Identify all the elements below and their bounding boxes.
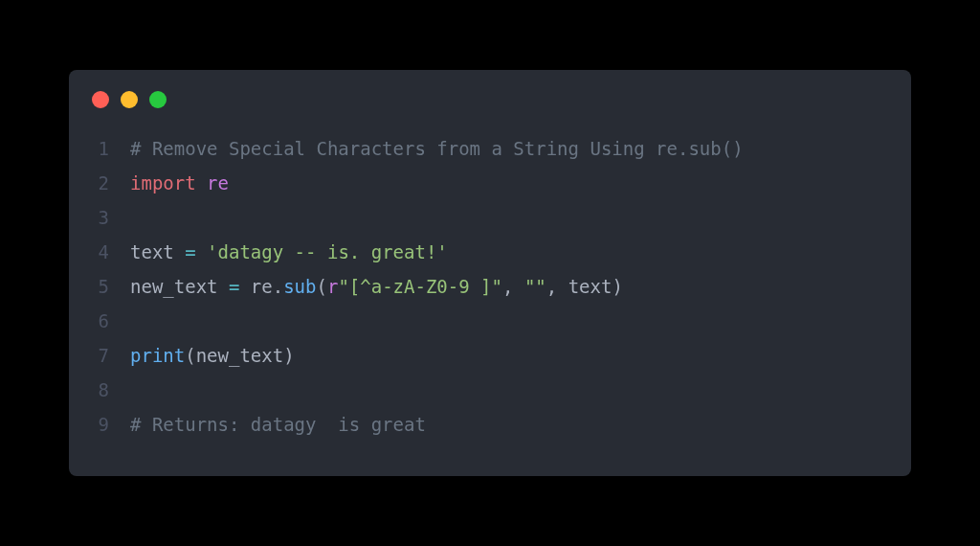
line-number: 7 — [86, 338, 109, 373]
token: new_text — [130, 276, 229, 297]
token: import — [130, 172, 196, 193]
token: # Remove Special Characters from a Strin… — [130, 138, 744, 159]
window-titlebar — [69, 70, 911, 124]
line-number: 9 — [86, 407, 109, 442]
line-content: print(new_text) — [130, 338, 295, 373]
token: , text) — [546, 276, 623, 297]
line-number: 8 — [86, 373, 109, 407]
line-number: 5 — [86, 269, 109, 304]
code-line: 7print(new_text) — [86, 338, 888, 373]
line-number: 2 — [86, 166, 109, 200]
token: = — [229, 276, 239, 297]
code-area: 1# Remove Special Characters from a Stri… — [69, 124, 911, 450]
code-line: 5new_text = re.sub(r"[^a-zA-Z0-9 ]", "",… — [86, 269, 888, 304]
line-number: 4 — [86, 235, 109, 269]
close-icon[interactable] — [92, 91, 109, 108]
token: = — [185, 241, 195, 262]
token: sub — [283, 276, 316, 297]
token: text — [130, 241, 185, 262]
token: # Returns: datagy is great — [130, 414, 426, 435]
code-line: 1# Remove Special Characters from a Stri… — [86, 131, 888, 166]
zoom-icon[interactable] — [149, 91, 167, 108]
token: 'datagy -- is. great!' — [207, 241, 448, 262]
token: "" — [524, 276, 546, 297]
minimize-icon[interactable] — [121, 91, 138, 108]
code-line: 4text = 'datagy -- is. great!' — [86, 235, 888, 269]
line-content: # Remove Special Characters from a Strin… — [130, 131, 744, 166]
token: re. — [239, 276, 283, 297]
token: print — [130, 345, 185, 366]
code-line: 6 — [86, 304, 888, 338]
line-content: text = 'datagy -- is. great!' — [130, 235, 448, 269]
token: ( — [317, 276, 327, 297]
code-line: 2import re — [86, 166, 888, 200]
token: (new_text) — [185, 345, 294, 366]
line-number: 3 — [86, 200, 109, 235]
code-window: 1# Remove Special Characters from a Stri… — [69, 70, 911, 477]
token: r — [327, 276, 338, 297]
token: re — [207, 172, 229, 193]
line-content: new_text = re.sub(r"[^a-zA-Z0-9 ]", "", … — [130, 269, 623, 304]
line-number: 1 — [86, 131, 109, 166]
token — [196, 241, 207, 262]
line-content: # Returns: datagy is great — [130, 407, 426, 442]
token: "[^a-zA-Z0-9 ]" — [338, 276, 502, 297]
line-content: import re — [130, 166, 229, 200]
token — [196, 172, 207, 193]
code-line: 8 — [86, 373, 888, 407]
code-line: 9# Returns: datagy is great — [86, 407, 888, 442]
line-number: 6 — [86, 304, 109, 338]
token: , — [502, 276, 524, 297]
code-line: 3 — [86, 200, 888, 235]
